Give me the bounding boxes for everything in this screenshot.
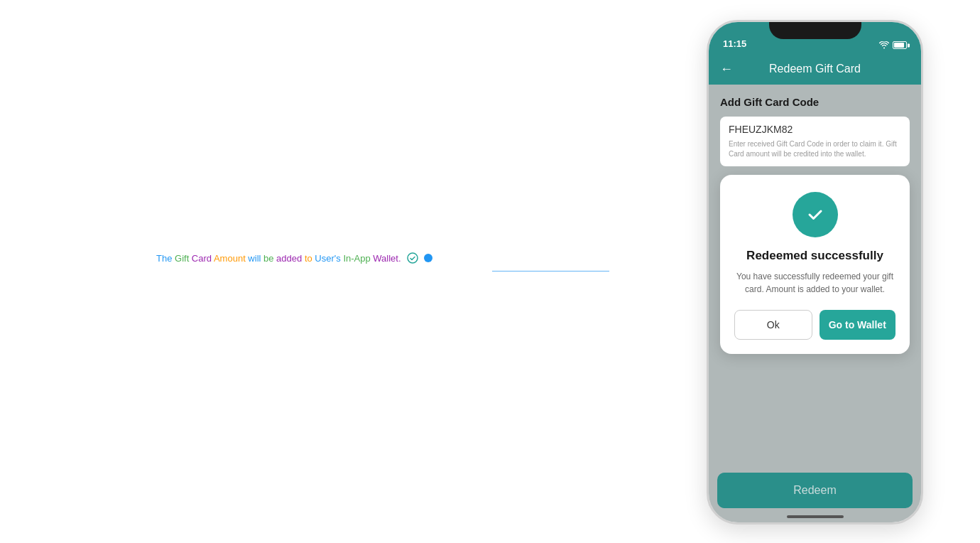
checkmark-icon [804,203,827,226]
svg-point-0 [408,253,418,263]
success-dialog: Redeemed successfully You have successfu… [720,175,910,354]
success-icon-circle [793,192,838,237]
go-to-wallet-button[interactable]: Go to Wallet [820,310,896,340]
success-title: Redeemed successfully [734,249,895,263]
gift-card-input-container[interactable]: FHEUZJKM82 Enter received Gift Card Code… [720,117,910,166]
redeem-button[interactable]: Redeem [717,473,913,508]
check-icon [407,252,418,264]
header-title: Redeem Gift Card [769,63,861,75]
success-message: You have successfully redeemed your gift… [734,270,895,296]
gift-card-input-hint: Enter received Gift Card Code in order t… [729,139,901,159]
gift-card-input-value: FHEUZJKM82 [729,124,901,135]
app-header: ← Redeem Gift Card [709,53,921,85]
connector-line [492,271,609,272]
dialog-buttons: Ok Go to Wallet [734,310,895,340]
section-title: Add Gift Card Code [720,96,910,108]
back-button[interactable]: ← [720,62,733,77]
annotation-dot [424,254,432,262]
wifi-icon [879,41,889,49]
app-content: Add Gift Card Code FHEUZJKM82 Enter rece… [709,85,921,522]
annotation-text: The Gift Card Amount will be added to Us… [156,253,401,264]
annotation-area: The Gift Card Amount will be added to Us… [156,252,432,264]
status-icons [879,41,907,49]
ok-button[interactable]: Ok [734,310,812,340]
phone-mockup: 11:15 ← Redeem Gift Card Add Gift Card C… [707,20,923,525]
status-time: 11:15 [723,38,746,49]
battery-icon [893,41,907,49]
redeem-btn-container: Redeem [709,473,921,508]
phone-notch [769,22,861,39]
home-indicator [787,515,844,518]
